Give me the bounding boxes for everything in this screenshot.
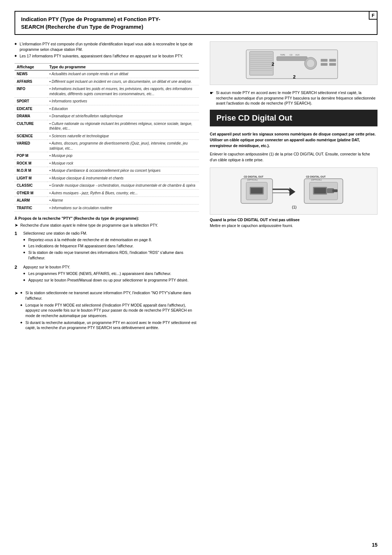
table-cell-name: ROCK M	[15, 159, 47, 167]
svg-rect-7	[329, 59, 336, 61]
table-cell-desc: • Actualités incluant un compte rendu et…	[47, 70, 199, 78]
prise-cd-header: Prise CD Digital Out	[210, 110, 377, 126]
table-cell-name: LIGHT M	[15, 174, 47, 182]
right-col-note-text: Si aucun mode PTY en accord avec le mode…	[216, 90, 377, 106]
intro-bullet-2: Les 17 informations PTY suivantes, appar…	[15, 53, 199, 59]
step-main-text: Sélectionnez une station de radio FM.	[23, 231, 199, 236]
step-content: Appuyez sur le bouton PTY.Les programmes…	[23, 264, 199, 284]
bottom-arrow-container: ➤ Si la station sélectionnée ne transmet…	[15, 290, 199, 332]
table-col2-header: Type du programme	[47, 64, 199, 70]
table-cell-name: CULTURE	[15, 120, 47, 132]
prise-para2: Enlever le capuchon antipoussière (1) de…	[210, 151, 377, 163]
step-main-text: Appuyez sur le bouton PTY.	[23, 264, 199, 270]
cd-digital-svg: CD DIGITAL OUT (OPTICAL) CD DIGITAL OUT …	[237, 170, 350, 212]
table-cell-name: OTHER M	[15, 189, 47, 197]
table-cell-name: DRAMA	[15, 113, 47, 120]
f-badge: F	[369, 11, 377, 20]
table-row: SCIENCE• Sciences naturelle et technolog…	[15, 132, 199, 140]
quand-sub: Mettre en place le capuchon antipoussièr…	[210, 223, 377, 228]
table-cell-name: VARIED	[15, 140, 47, 152]
svg-rect-37	[332, 189, 338, 192]
table-cell-desc: • Musique rock	[47, 159, 199, 167]
step-sub-bullet: Les indications de fréquence FM apparais…	[23, 243, 199, 249]
pty-search-arrow-bullet: ➤ Recherche d'une station ayant le même …	[15, 223, 199, 228]
step-sub-bullet: Appuyez sur le bouton Preset/Manual down…	[23, 278, 199, 283]
table-cell-desc: • Informations sur la circulation routiè…	[47, 204, 199, 212]
pty-search-arrow-text: Recherche d'une station ayant le même ty…	[20, 223, 158, 228]
table-cell-desc: • Musique d'ambiance & occasionnellement…	[47, 167, 199, 175]
svg-text:CD DIGITAL OUT: CD DIGITAL OUT	[244, 175, 264, 178]
table-cell-desc: • Education	[47, 105, 199, 113]
table-cell-name: CLASSIC	[15, 182, 47, 190]
arrow-icon: ➤	[15, 222, 18, 228]
table-cell-desc: • Informations sportives	[47, 98, 199, 105]
table-cell-name: SPORT	[15, 98, 47, 105]
bottom-bullets-section: ➤ Si la station sélectionnée ne transmet…	[15, 290, 199, 332]
svg-rect-5	[321, 59, 328, 61]
table-cell-name: NEWS	[15, 70, 47, 78]
svg-rect-2	[277, 56, 307, 60]
table-row: LIGHT M• Musique classique & instrumenta…	[15, 174, 199, 182]
table-cell-desc: • Grande musique classique - orchestrati…	[47, 182, 199, 190]
svg-rect-1	[250, 51, 273, 75]
bottom-long-bullets: Si la station sélectionnée ne transmet a…	[20, 290, 199, 332]
svg-rect-6	[321, 63, 328, 65]
pty-search-heading: À Propos de la recherche "PTY" (Recherch…	[15, 216, 199, 220]
svg-rect-28	[251, 188, 263, 194]
svg-text:(OPTICAL): (OPTICAL)	[247, 179, 258, 181]
step-content: Sélectionnez une station de radio FM.Rep…	[23, 231, 199, 262]
step-number: 1	[15, 231, 20, 262]
step-sub-bullet: Si la station de radio reçue transmet de…	[23, 250, 199, 260]
step-item: 2Appuyez sur le bouton PTY.Les programme…	[15, 264, 199, 284]
table-cell-desc: • Dramatique et série/feuilleton radioph…	[47, 113, 199, 120]
table-row: CLASSIC• Grande musique classique - orch…	[15, 182, 199, 190]
table-cell-name: M.O.R M	[15, 167, 47, 175]
step-sub-bullet: Reportez-vous à la méthode de recherche …	[23, 237, 199, 243]
table-cell-name: EDICATE	[15, 105, 47, 113]
step-number: 2	[15, 264, 20, 284]
prise-cd-text: Cet appareil peut sortir les signaux son…	[210, 131, 377, 163]
table-row: INFO• Informations incluant les poids et…	[15, 85, 199, 98]
table-row: ROCK M• Musique rock	[15, 159, 199, 167]
quand-caption: Quand la prise CD DIGITAL OUT n'est pas …	[210, 218, 377, 222]
step-sub-bullets: Reportez-vous à la méthode de recherche …	[23, 237, 199, 261]
step-sub-bullets: Les programmes PTY MODE (NEWS, AFFAIRS, …	[23, 271, 199, 283]
step-item: 1Sélectionnez une station de radio FM.Re…	[15, 231, 199, 262]
arrow-icon-2: ➤	[15, 290, 18, 332]
table-cell-desc: • Musique classique & instrumentale et c…	[47, 174, 199, 182]
intro-bullet-1: L'information PTY est composée d'un symb…	[15, 41, 199, 52]
table-row: ALARM• Alarme	[15, 197, 199, 204]
table-row: TRAFFIC• Informations sur la circulation…	[15, 204, 199, 212]
table-row: NEWS• Actualités incluant un compte rend…	[15, 70, 199, 78]
header-title: Indication PTY (Type de Programme) et Fo…	[21, 15, 371, 31]
table-row: POP M• Musique pop	[15, 152, 199, 160]
svg-rect-35	[314, 188, 326, 194]
table-cell-desc: • Alarme	[47, 197, 199, 204]
table-row: CULTURE• Culture nationale ou régionale …	[15, 120, 199, 132]
col-left: L'information PTY est composée d'un symb…	[15, 41, 199, 333]
table-cell-name: ALARM	[15, 197, 47, 204]
prise-cd-title: Prise CD Digital Out	[216, 113, 371, 123]
table-row: SPORT• Informations sportives	[15, 98, 199, 105]
main-two-col: L'information PTY est composée d'un symb…	[15, 41, 377, 333]
steps-container: 1Sélectionnez une station de radio FM.Re…	[15, 231, 199, 284]
table-cell-desc: • Sciences naturelle et technologique	[47, 132, 199, 140]
table-row: M.O.R M• Musique d'ambiance & occasionne…	[15, 167, 199, 175]
svg-text:(OPTICAL): (OPTICAL)	[311, 179, 322, 181]
table-col1-header: Affichage	[15, 64, 47, 70]
note-arrow-icon: ☛	[210, 90, 214, 106]
table-cell-desc: • Musique pop	[47, 152, 199, 160]
step-sub-bullet: Les programmes PTY MODE (NEWS, AFFAIRS, …	[23, 271, 199, 276]
svg-text:AUX: AUX	[295, 54, 300, 56]
table-cell-desc: • Autres, discours, programme de diverti…	[47, 140, 199, 152]
device-svg: 2 2 TAPE CD AUX	[243, 44, 344, 82]
table-cell-desc: • Culture nationale ou régionale incluan…	[47, 120, 199, 132]
table-row: EDICATE• Education	[15, 105, 199, 113]
table-row: AFFAIRS• Différent sujet incluant un inc…	[15, 78, 199, 85]
table-cell-name: AFFAIRS	[15, 78, 47, 85]
table-row: DRAMA• Dramatique et série/feuilleton ra…	[15, 113, 199, 120]
bottom-bullet: Si durant la recherche automatique, un p…	[20, 320, 199, 331]
col-right: 2 2 TAPE CD AUX ☛ Si aucun mode PT	[210, 41, 377, 333]
pty-table: Affichage Type du programme NEWS• Actual…	[15, 63, 199, 212]
svg-rect-8	[329, 63, 336, 65]
